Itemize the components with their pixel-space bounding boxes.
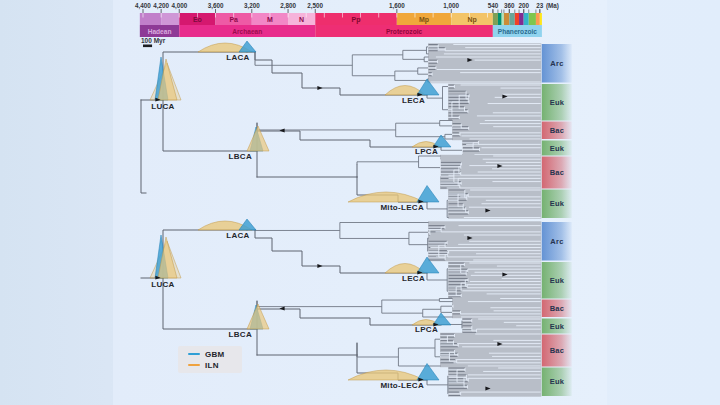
group-label-euk: Euk [550,322,565,331]
age-tick-label: 4,200 [153,2,169,10]
period-block-14 [515,13,519,25]
legend-row-gbm: GBM [188,349,242,359]
node-label-mito-leca: Mito-LECA [380,203,424,212]
calibration-arrow [317,264,322,268]
period-label-N: N [299,16,304,23]
age-tick-label: 3,600 [208,2,224,10]
period-block-17 [529,13,536,25]
node-label-luca: LUCA [151,102,174,111]
scalebar [143,45,152,48]
calibration-arrow [317,86,322,90]
eon-label-Hadean: Hadean [148,28,172,35]
node-label-lbca: LBCA [229,152,252,161]
iln-posterior-mito-leca [348,192,424,202]
node-label-mito-leca: Mito-LECA [380,381,424,390]
group-label-bac: Bac [550,168,565,177]
age-tick-label: 23 [536,2,544,9]
period-block-19 [540,13,542,25]
legend-label-iln: ILN [205,361,219,370]
gbm-line-swatch [188,353,200,355]
branch [163,100,257,151]
node-label-laca: LACA [226,53,249,62]
group-label-bac: Bac [550,304,565,313]
eon-label-Archaean: Archaean [232,28,262,35]
branch [257,131,441,147]
calibration-arrow [279,129,284,133]
period-label-Mp: Mp [419,16,429,24]
eon-label-Proterozoic: Proterozoic [386,28,423,35]
age-tick-label: 4,000 [171,2,187,10]
age-tick-label: 360 [504,2,515,9]
period-block-1 [161,13,179,25]
age-tick-label: 2,500 [307,2,323,10]
group-label-euk: Euk [550,144,565,153]
period-block-13 [509,13,514,25]
period-label-Pp: Pp [352,16,361,24]
age-tick-label: 1,000 [443,2,459,10]
group-bars-panel-2: ArcEukBacEukBacEuk [542,222,572,396]
branch [163,278,257,329]
branch [141,100,146,193]
phylo-tree-panel-1: LUCALACALECALBCALPCAMito-LECA [141,41,541,219]
scalebar-label: 100 Myr [141,37,166,45]
node-label-leca: LECA [402,96,425,105]
period-label-Np: Np [467,16,476,24]
node-label-laca: LACA [226,231,249,240]
period-block-10 [498,13,502,25]
gbm-posterior-mito-leca [417,186,439,203]
legend-label-gbm: GBM [205,350,225,359]
age-tick-label: 1,600 [389,2,405,10]
group-label-euk: Euk [550,199,565,208]
iln-line-swatch [188,364,200,366]
figure-stage: EoPaMNPpMpNpHadeanArchaeanProterozoicPha… [0,0,720,405]
gbm-posterior-lpca [433,313,451,325]
period-block-16 [524,13,529,25]
node-label-leca: LECA [402,274,425,283]
geologic-timescale: EoPaMNPpMpNpHadeanArchaeanProterozoicPha… [135,2,559,48]
group-label-euk: Euk [550,98,565,107]
iln-posterior-lbca [247,304,269,329]
period-block-15 [519,13,524,25]
group-label-euk: Euk [550,377,565,386]
group-label-arc: Arc [550,237,563,246]
age-tick-label: 2,800 [280,2,296,10]
period-block-12 [504,13,509,25]
age-tick-label: 540 [488,2,499,9]
group-label-euk: Euk [550,276,565,285]
age-unit-label: (Ma) [546,2,559,10]
age-tick-label: 3,200 [244,2,260,10]
group-bars-panel-1: ArcEukBacEukBacEuk [542,44,572,218]
legend-row-iln: ILN [188,360,242,370]
age-tick-label: 4,400 [135,2,151,10]
iln-posterior-mito-leca [348,370,424,380]
group-label-arc: Arc [550,59,563,68]
node-label-lbca: LBCA [229,330,252,339]
period-block-9 [493,13,498,25]
calibration-arrow [279,307,284,311]
period-block-18 [536,13,540,25]
group-label-bac: Bac [550,346,565,355]
group-label-bac: Bac [550,126,565,135]
node-label-luca: LUCA [151,280,174,289]
tip-density-block-bac2 [440,333,541,367]
period-block-11 [502,13,504,25]
eon-label-Phanerozoic: Phanerozoic [498,28,538,35]
phylogeny-figure-svg: EoPaMNPpMpNpHadeanArchaeanProterozoicPha… [0,0,720,405]
age-tick-label: 200 [519,2,530,9]
branch [257,309,441,325]
legend: GBM ILN [178,346,242,373]
